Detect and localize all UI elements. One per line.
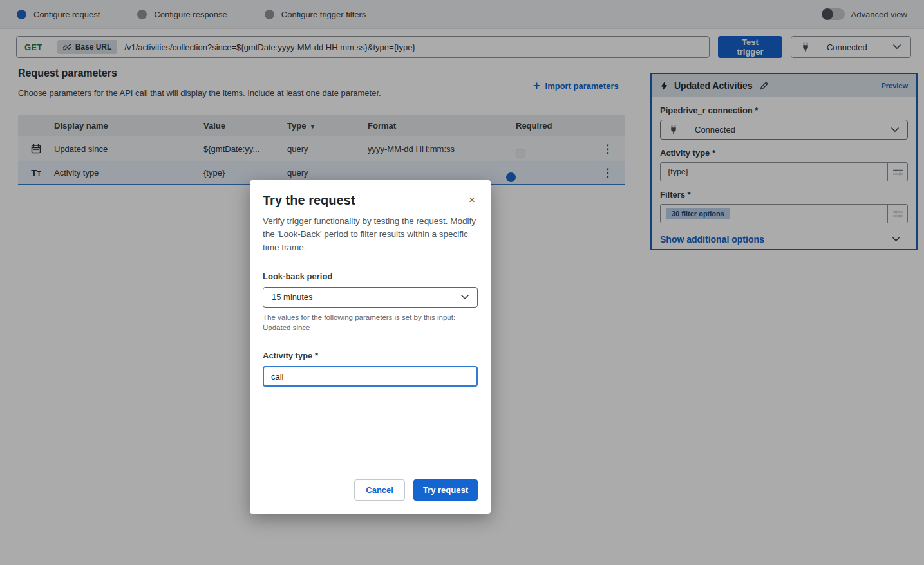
cancel-button[interactable]: Cancel xyxy=(354,479,405,501)
try-request-modal: Try the request × Verify trigger functio… xyxy=(250,180,491,514)
activity-type-label: Activity type * xyxy=(263,351,478,360)
modal-footer: Cancel Try request xyxy=(354,479,478,501)
look-back-period-label: Look-back period xyxy=(263,272,478,281)
look-back-period-select[interactable]: 15 minutes xyxy=(263,287,478,308)
modal-description: Verify trigger functionality by testing … xyxy=(263,215,479,254)
modal-title: Try the request xyxy=(263,193,355,208)
try-request-button[interactable]: Try request xyxy=(413,479,478,501)
close-icon[interactable]: × xyxy=(466,193,478,207)
activity-type-input[interactable] xyxy=(263,366,478,387)
app-window: Configure request Configure response Con… xyxy=(0,0,924,565)
look-back-helper-text: The values for the following parameters … xyxy=(263,312,456,333)
look-back-period-value: 15 minutes xyxy=(272,292,313,302)
chevron-down-icon xyxy=(461,295,469,300)
modal-header: Try the request × xyxy=(263,193,478,208)
